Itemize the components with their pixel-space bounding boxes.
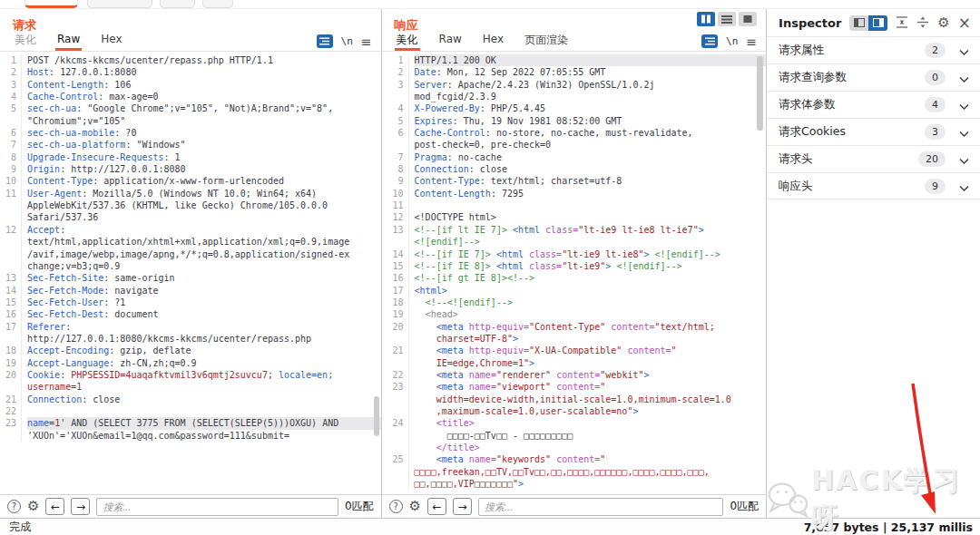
editor-row[interactable]: /avif,image/webp,image/apng,*/*;q=0.8,ap… xyxy=(0,248,381,260)
prev-match-button[interactable]: ← xyxy=(45,498,64,515)
editor-row[interactable]: 18Accept-Encoding: gzip, deflate xyxy=(0,345,381,356)
editor-row[interactable]: 4Cache-Control: max-age=0 xyxy=(0,91,381,102)
menu-icon[interactable]: ≡ xyxy=(361,37,372,46)
editor-row[interactable]: 20 <meta http-equiv="Content-Type" conte… xyxy=(382,321,767,333)
gear-icon[interactable]: ⚙ xyxy=(27,500,39,513)
editor-row[interactable]: mod_fcgid/2.3.9 xyxy=(382,91,767,102)
editor-row[interactable]: 6sec-ch-ua-mobile: ?0 xyxy=(0,127,381,139)
chevron-down-icon[interactable] xyxy=(959,178,969,195)
tab-Hex[interactable]: Hex xyxy=(99,33,123,51)
editor-row[interactable]: 7sec-ch-ua-platform: "Windows" xyxy=(0,139,381,151)
editor-row[interactable]: 8Upgrade-Insecure-Requests: 1 xyxy=(0,151,381,163)
editor-row[interactable]: 13<!--[if lt IE 7]> <html class="lt-ie9 … xyxy=(382,224,767,236)
chevron-down-icon[interactable] xyxy=(959,69,969,86)
editor-row[interactable]: 5Expires: Thu, 19 Nov 1981 08:52:00 GMT xyxy=(382,115,767,127)
tab-美化[interactable]: 美化 xyxy=(395,33,420,51)
tab-Raw[interactable]: Raw xyxy=(437,33,464,51)
chevron-down-icon[interactable] xyxy=(959,42,969,59)
editor-row[interactable]: 10Content-Length: 7295 xyxy=(382,188,767,199)
inspector-section-请求头[interactable]: 请求头20 xyxy=(767,145,980,172)
editor-row[interactable]: 3Content-Length: 106 xyxy=(0,79,381,91)
editor-row[interactable]: 6Cache-Control: no-store, no-cache, must… xyxy=(382,127,767,139)
editor-row[interactable]: 19Accept-Language: zh-CN,zh;q=0.9 xyxy=(0,357,381,369)
editor-row[interactable]: "Chromium";v="105" xyxy=(0,115,381,127)
inspector-section-请求属性[interactable]: 请求属性2 xyxy=(767,36,980,63)
editor-row[interactable]: 12<!DOCTYPE html> xyxy=(382,211,767,223)
editor-row[interactable]: □□□□-□□Tv□□ - □□□□□□□□□ xyxy=(382,430,767,442)
editor-row[interactable]: post-check=0, pre-check=0 xyxy=(382,139,767,151)
editor-row[interactable]: 15Sec-Fetch-User: ?1 xyxy=(0,297,381,308)
tab-美化[interactable]: 美化 xyxy=(13,33,38,51)
editor-row[interactable]: 17Referer: xyxy=(0,321,381,333)
editor-row[interactable]: text/html,application/xhtml+xml,applicat… xyxy=(0,236,381,248)
editor-row[interactable]: change;v=b3;q=0.9 xyxy=(0,260,381,272)
editor-row[interactable]: 1HTTP/1.1 200 OK xyxy=(382,54,767,66)
editor-row[interactable]: 7Pragma: no-cache xyxy=(382,151,767,163)
editor-row[interactable]: 14Sec-Fetch-Mode: navigate xyxy=(0,285,381,297)
editor-row[interactable]: 17<html> xyxy=(382,285,767,297)
menu-icon[interactable]: ≡ xyxy=(746,37,757,46)
inspector-section-请求体参数[interactable]: 请求体参数4 xyxy=(767,91,980,118)
tab-Hex[interactable]: Hex xyxy=(481,33,505,51)
editor-row[interactable]: charset=UTF-8"> xyxy=(382,333,767,345)
top-tab-active[interactable] xyxy=(24,0,78,8)
top-tab[interactable] xyxy=(160,0,195,8)
editor-row[interactable]: 20Cookie: PHPSESSID=4uaqafktvmil3v6qmtj2… xyxy=(0,369,381,381)
editor-row[interactable]: <![endif]--> xyxy=(382,236,767,248)
editor-row[interactable]: 8Connection: close xyxy=(382,163,767,175)
request-search-input[interactable] xyxy=(96,498,338,516)
expand-all-icon[interactable] xyxy=(916,15,929,32)
response-editor[interactable]: 1HTTP/1.1 200 OK2Date: Mon, 12 Sep 2022 … xyxy=(382,52,767,494)
help-icon[interactable]: ? xyxy=(389,500,403,513)
help-icon[interactable]: ? xyxy=(7,500,21,513)
editor-row[interactable]: 19 <head> xyxy=(382,308,767,320)
editor-row[interactable]: 21 <meta http-equiv="X-UA-Compatible" co… xyxy=(382,345,767,356)
editor-row[interactable]: 16Sec-Fetch-Dest: document xyxy=(0,308,381,320)
editor-row[interactable]: 11 xyxy=(382,199,767,211)
editor-row[interactable]: IE=edge,Chrome=1"> xyxy=(382,357,767,369)
editor-row[interactable]: 'XUOn'='XUOn&email=1@qq.com&password=111… xyxy=(0,430,381,442)
top-tab[interactable] xyxy=(87,0,152,8)
editor-row[interactable]: 22 xyxy=(0,405,381,417)
inspector-close-icon[interactable]: × xyxy=(958,16,971,29)
response-scrollbar[interactable] xyxy=(757,56,763,131)
inspector-section-响应头[interactable]: 响应头9 xyxy=(767,172,980,199)
gear-icon[interactable]: ⚙ xyxy=(409,500,421,513)
editor-row[interactable]: 5sec-ch-ua: "Google Chrome";v="105", "No… xyxy=(0,102,381,114)
request-scrollbar[interactable] xyxy=(374,396,379,436)
chevron-down-icon[interactable] xyxy=(959,151,969,168)
collapse-all-icon[interactable] xyxy=(896,15,908,32)
request-editor[interactable]: 1POST /kkcms-kkcms/ucenter/repass.php HT… xyxy=(0,52,381,494)
tab-页面渲染[interactable]: 页面渲染 xyxy=(523,33,570,51)
editor-row[interactable]: 18 <!--<![endif]--> xyxy=(382,297,767,308)
tab-Raw[interactable]: Raw xyxy=(55,33,82,51)
editor-row[interactable]: 3Server: Apache/2.4.23 (Win32) OpenSSL/1… xyxy=(382,79,767,91)
editor-row[interactable]: 22 <meta name="renderer" content="webkit… xyxy=(382,369,767,381)
editor-row[interactable]: □□,□□□□,VIP□□□□□□□"> xyxy=(382,478,767,490)
editor-row[interactable]: AppleWebKit/537.36 (KHTML, like Gecko) C… xyxy=(0,199,381,211)
editor-row[interactable]: 25 <meta name="keywords" content=" xyxy=(382,453,767,465)
prev-match-button[interactable]: ← xyxy=(427,498,446,515)
chevron-down-icon[interactable] xyxy=(959,123,969,141)
editor-row[interactable]: 16<!--[if gt IE 8]><!--> xyxy=(382,272,767,284)
newline-toggle[interactable]: \n xyxy=(726,35,738,47)
editor-row[interactable]: 9Origin: http://127.0.0.1:8080 xyxy=(0,163,381,175)
editor-row[interactable]: 21Connection: close xyxy=(0,394,381,405)
single-layout-icon[interactable] xyxy=(739,12,757,26)
editor-row[interactable]: 11User-Agent: Mozilla/5.0 (Windows NT 10… xyxy=(0,188,381,199)
editor-row[interactable]: 1POST /kkcms-kkcms/ucenter/repass.php HT… xyxy=(0,54,381,66)
pretty-print-icon[interactable] xyxy=(317,34,333,48)
editor-row[interactable]: width=device-width,initial-scale=1.0,min… xyxy=(382,394,767,405)
editor-row[interactable]: 10Content-Type: application/x-www-form-u… xyxy=(0,175,381,187)
editor-row[interactable]: </title> xyxy=(382,442,767,453)
dock-left-icon[interactable] xyxy=(849,15,868,31)
editor-row[interactable]: 2Host: 127.0.0.1:8080 xyxy=(0,66,381,78)
editor-row[interactable]: 4X-Powered-By: PHP/5.4.45 xyxy=(382,102,767,114)
pretty-print-icon[interactable] xyxy=(701,34,718,48)
inspector-section-请求Cookies[interactable]: 请求Cookies3 xyxy=(767,118,980,145)
editor-row[interactable]: 23name=1' AND (SELECT 3775 FROM (SELECT(… xyxy=(0,417,381,429)
editor-row[interactable]: 2Date: Mon, 12 Sep 2022 07:05:55 GMT xyxy=(382,66,767,78)
next-match-button[interactable]: → xyxy=(71,498,90,515)
editor-row[interactable]: Safari/537.36 xyxy=(0,211,381,223)
editor-row[interactable]: 14<!--[if IE 7]> <html class="lt-ie9 lt-… xyxy=(382,248,767,260)
